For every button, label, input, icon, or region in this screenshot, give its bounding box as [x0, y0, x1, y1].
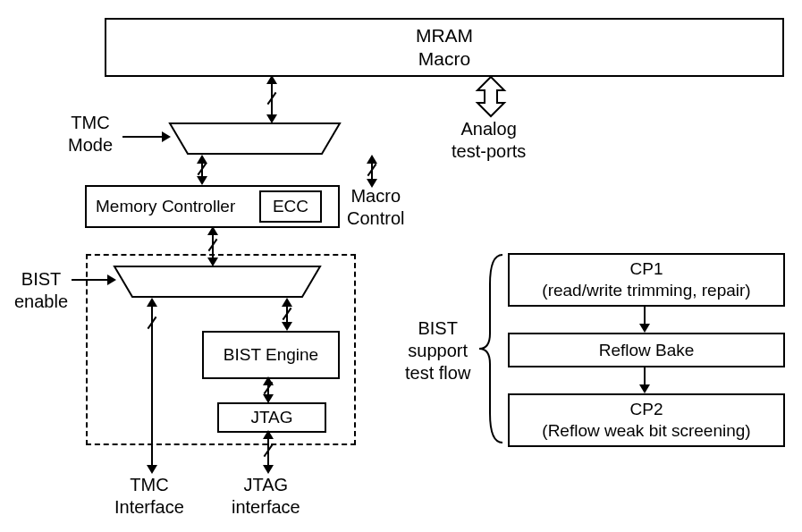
txt-mem-ctrl: Memory Controller — [96, 196, 235, 217]
txt-mram-l1: MRAM — [416, 25, 473, 46]
txt-reflow: Reflow Bake — [599, 340, 695, 361]
arrowhead-icon — [367, 155, 377, 164]
txt-tmc-mode-l2: Mode — [68, 135, 113, 155]
txt-mram-l2: Macro — [418, 48, 470, 69]
arrowhead-icon — [266, 75, 277, 84]
txt-bist-flow-l1: BIST — [418, 318, 457, 338]
arrowhead-icon — [197, 176, 207, 185]
mux-bist — [114, 266, 320, 297]
txt-analog-l2: test-ports — [452, 141, 526, 161]
txt-cp1-l1: CP1 — [630, 259, 663, 278]
arrowhead-icon — [266, 114, 277, 123]
txt-macro-ctrl-l2: Control — [347, 208, 404, 228]
txt-bist-en-l1: BIST — [21, 269, 61, 289]
arrow-reflow-cp2 — [644, 366, 646, 385]
arrowhead-icon — [162, 131, 171, 142]
txt-cp2-l2: (Reflow weak bit screening) — [542, 421, 750, 440]
arrowhead-icon — [263, 430, 274, 439]
label-tmc-mode: TMC Mode — [68, 112, 113, 156]
svg-marker-2 — [477, 77, 504, 116]
arrow-tmc-interface — [151, 304, 153, 465]
label-analog: Analog test-ports — [452, 118, 526, 163]
txt-tmc-if-l2: Interface — [114, 497, 184, 517]
svg-marker-0 — [170, 123, 340, 154]
arrow-bist-enable — [72, 279, 107, 281]
arrowhead-icon — [207, 226, 218, 235]
block-ecc: ECC — [259, 190, 322, 223]
block-cp2: CP2 (Reflow weak bit screening) — [508, 393, 785, 447]
arrowhead-icon — [282, 322, 292, 331]
txt-cp2-l1: CP2 — [630, 400, 663, 418]
txt-jtag: JTAG — [250, 407, 292, 428]
txt-bist-flow-l3: test flow — [405, 363, 470, 383]
txt-jtag-if-l2: interface — [232, 497, 300, 517]
arrow-cp1-reflow — [644, 305, 646, 325]
label-jtag-if: JTAG interface — [232, 474, 300, 519]
txt-bist-engine: BIST Engine — [224, 344, 318, 366]
arrowhead-icon — [282, 298, 292, 307]
arrowhead-icon — [367, 179, 377, 188]
txt-bist-flow-l2: support — [408, 341, 468, 360]
txt-tmc-mode-l1: TMC — [71, 113, 109, 132]
block-jtag: JTAG — [217, 402, 326, 433]
arrowhead-icon — [207, 258, 218, 266]
label-bist-flow: BIST support test flow — [405, 317, 470, 384]
txt-cp1-l2: (read/write trimming, repair) — [542, 281, 750, 300]
block-mram-macro: MRAM Macro — [105, 18, 784, 77]
label-macro-ctrl: Macro Control — [347, 185, 404, 230]
label-tmc-if: TMC Interface — [114, 474, 184, 519]
arrowhead-icon — [639, 384, 650, 393]
svg-marker-1 — [114, 266, 320, 297]
txt-jtag-if-l1: JTAG — [244, 475, 289, 494]
arrowhead-icon — [147, 465, 157, 474]
arrow-tmc-mux — [122, 136, 162, 138]
txt-ecc: ECC — [273, 196, 308, 217]
block-cp1: CP1 (read/write trimming, repair) — [508, 253, 785, 307]
diagram-canvas: MRAM Macro Memory Controller ECC BIST En… — [0, 0, 802, 532]
txt-tmc-if-l1: TMC — [130, 475, 168, 494]
arrowhead-icon — [147, 298, 157, 307]
label-bist-enable: BIST enable — [14, 268, 68, 313]
mux-tmc — [170, 123, 340, 154]
arrowhead-icon — [639, 324, 650, 333]
arrowhead-icon — [107, 274, 116, 285]
arrowhead-icon — [263, 394, 274, 403]
txt-bist-en-l2: enable — [14, 291, 68, 311]
brace-icon — [477, 253, 504, 444]
analog-big-arrow-icon — [477, 77, 504, 116]
txt-analog-l1: Analog — [461, 119, 517, 139]
arrowhead-icon — [263, 465, 274, 474]
block-bist-engine: BIST Engine — [202, 331, 340, 379]
block-reflow: Reflow Bake — [508, 333, 785, 367]
txt-macro-ctrl-l1: Macro — [350, 186, 401, 206]
